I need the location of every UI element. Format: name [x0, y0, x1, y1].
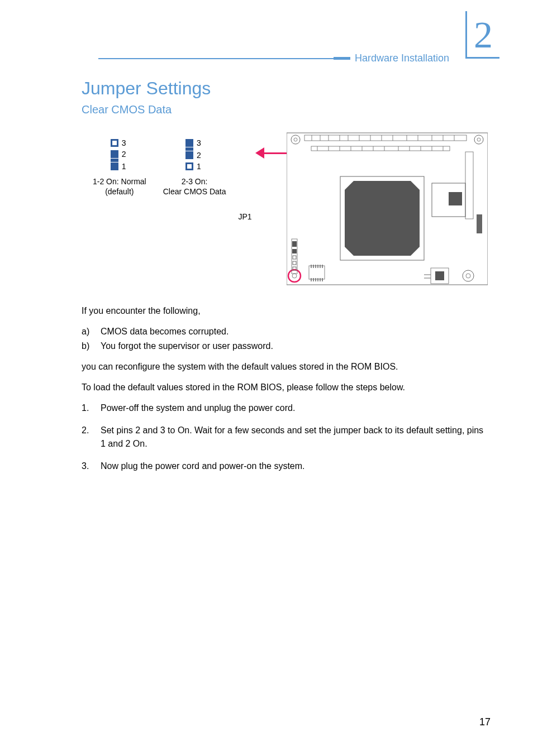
steps-intro: To load the default values stored in the…	[82, 381, 491, 394]
svg-point-31	[474, 135, 483, 144]
caption-line-1: 1-2 On: Normal	[93, 176, 146, 186]
jumper-clear-caption: 2-3 On: Clear CMOS Data	[163, 176, 226, 197]
jumper-normal-caption: 1-2 On: Normal (default)	[93, 176, 146, 197]
pin-label-1: 1	[197, 162, 203, 171]
jp1-label: JP1	[239, 212, 252, 221]
page-title: Jumper Settings	[82, 78, 491, 99]
arrow-line	[264, 152, 287, 154]
svg-point-30	[294, 138, 297, 141]
pin-2-filled	[185, 151, 193, 159]
svg-point-58	[288, 270, 301, 282]
pin-3-filled	[185, 139, 193, 147]
caption-line-2: (default)	[93, 186, 146, 197]
pin-label-3: 3	[122, 138, 129, 147]
page-number: 17	[479, 716, 491, 728]
marker-3: 3.	[82, 460, 101, 473]
step-2-text: Set pins 2 and 3 to On. Wait for a few s…	[101, 424, 491, 451]
svg-rect-60	[292, 241, 297, 247]
motherboard-diagram	[287, 127, 488, 289]
marker-b: b)	[82, 339, 101, 353]
pin-label-2: 2	[197, 151, 203, 160]
marker-a: a)	[82, 325, 101, 338]
pin-1-filled	[111, 162, 118, 170]
svg-rect-1	[304, 135, 467, 141]
condition-a: a) CMOS data becomes corrupted.	[82, 325, 491, 338]
pin-label-3: 3	[197, 138, 203, 147]
marker-1: 1.	[82, 401, 101, 415]
step-3: 3. Now plug the power cord and power-on …	[82, 460, 491, 473]
svg-point-29	[291, 135, 300, 144]
jumper-normal: 1 2 3 1-2 On: Normal (default)	[93, 138, 146, 197]
pin-1-open	[185, 162, 193, 170]
condition-a-text: CMOS data becomes corrupted.	[101, 325, 229, 338]
pin-3-open	[111, 139, 118, 147]
pin-label-2: 2	[122, 150, 129, 159]
condition-b-text: You forgot the supervisor or user passwo…	[101, 339, 273, 353]
jumper-clear: 1 2 3 2-3 On: Clear CMOS Data	[163, 138, 226, 197]
jumper-diagram-row: 1 2 3 1-2 On: Normal (default) 1 2	[93, 127, 491, 289]
step-3-text: Now plug the power cord and power-on the…	[101, 460, 305, 473]
svg-rect-42	[435, 271, 444, 280]
jumper-clear-pins: 1 2 3	[163, 138, 226, 171]
caption-line-2: Clear CMOS Data	[163, 186, 226, 197]
svg-point-39	[463, 270, 474, 281]
svg-rect-61	[292, 249, 297, 253]
svg-rect-63	[293, 261, 296, 265]
svg-point-32	[477, 138, 480, 141]
arrow-head-icon	[255, 147, 264, 159]
page-subtitle: Clear CMOS Data	[82, 103, 491, 116]
jumper-normal-pins: 1 2 3	[93, 138, 146, 171]
svg-rect-33	[465, 152, 473, 219]
steps-list: 1. Power-off the system and unplug the p…	[82, 401, 491, 473]
svg-rect-62	[293, 256, 296, 259]
pin-2-filled	[111, 150, 118, 158]
intro-text: If you encounter the following,	[82, 305, 491, 317]
callout-arrow	[255, 147, 287, 159]
pin-label-1: 1	[122, 162, 129, 171]
condition-b: b) You forgot the supervisor or user pas…	[82, 339, 491, 353]
svg-marker-36	[345, 181, 420, 256]
reconfigure-text: you can reconfigure the system with the …	[82, 361, 491, 373]
svg-rect-16	[311, 146, 450, 151]
svg-rect-38	[449, 192, 462, 205]
svg-point-40	[466, 274, 470, 278]
svg-point-65	[292, 274, 297, 278]
step-2: 2. Set pins 2 and 3 to On. Wait for a fe…	[82, 424, 491, 451]
step-1: 1. Power-off the system and unplug the p…	[82, 401, 491, 415]
marker-2: 2.	[82, 424, 101, 451]
svg-rect-34	[477, 214, 482, 233]
step-1-text: Power-off the system and unplug the powe…	[101, 401, 295, 415]
conditions-list: a) CMOS data becomes corrupted. b) You f…	[82, 325, 491, 353]
caption-line-1: 2-3 On:	[163, 176, 226, 186]
